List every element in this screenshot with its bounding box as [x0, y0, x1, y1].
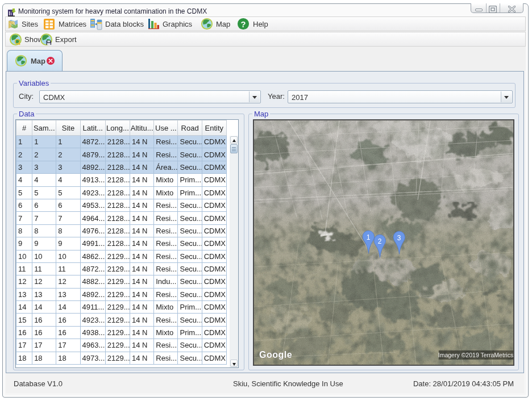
svg-text:Imagery ©2019 TerraMetrics: Imagery ©2019 TerraMetrics [438, 352, 513, 358]
svg-text:?: ? [241, 20, 246, 29]
svg-text:1: 1 [367, 233, 371, 241]
svg-text:Google: Google [259, 350, 292, 360]
svg-text:3: 3 [397, 234, 401, 242]
svg-text:2: 2 [378, 237, 382, 245]
